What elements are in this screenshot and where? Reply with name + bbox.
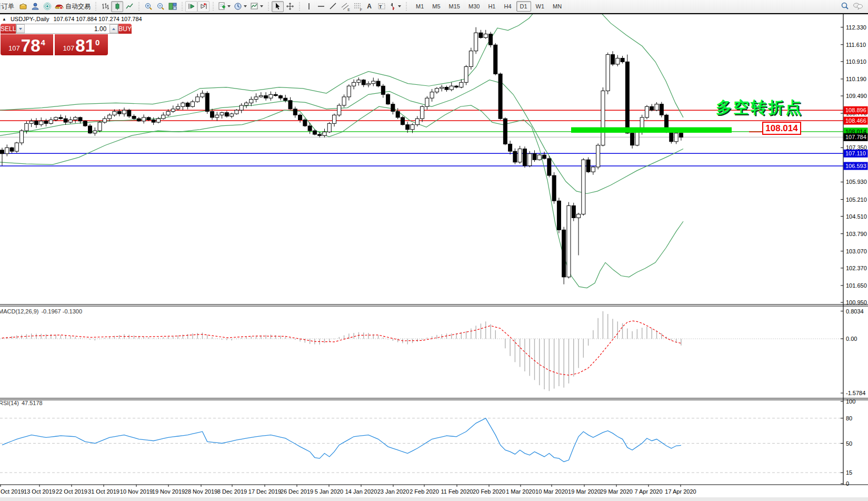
candle[interactable] (176, 106, 180, 109)
candle[interactable] (552, 175, 556, 201)
candle[interactable] (435, 89, 438, 92)
candle[interactable] (147, 117, 151, 120)
candle[interactable] (152, 120, 155, 122)
candle[interactable] (352, 82, 356, 86)
candle[interactable] (327, 123, 331, 132)
candle[interactable] (230, 114, 234, 116)
time-axis[interactable]: Oct 201913 Oct 201922 Oct 201931 Oct 201… (1, 485, 696, 495)
vertical-line-button[interactable] (303, 1, 315, 12)
candle[interactable] (440, 87, 444, 89)
bar-chart-button[interactable] (99, 1, 111, 12)
candle[interactable] (484, 34, 487, 38)
candle[interactable] (25, 123, 28, 131)
candle[interactable] (113, 111, 116, 115)
candle[interactable] (528, 154, 532, 166)
candle[interactable] (88, 126, 92, 133)
volume-input[interactable] (25, 24, 109, 33)
candle[interactable] (123, 110, 126, 114)
candle[interactable] (181, 103, 185, 106)
main-price-pane[interactable] (0, 0, 843, 288)
candle[interactable] (162, 115, 165, 119)
candle[interactable] (567, 205, 571, 277)
volume-decrease-button[interactable] (16, 24, 25, 33)
candle[interactable] (523, 149, 526, 166)
candle[interactable] (225, 113, 228, 116)
navigator-button[interactable] (29, 1, 41, 12)
sell-price-display[interactable]: 107 78 4 (1, 34, 53, 55)
candle[interactable] (127, 110, 131, 116)
candle[interactable] (98, 122, 102, 131)
candle[interactable] (333, 115, 336, 123)
candle[interactable] (406, 125, 410, 130)
candle[interactable] (650, 106, 654, 110)
candle[interactable] (288, 101, 292, 109)
candle[interactable] (59, 117, 63, 119)
candle[interactable] (606, 55, 610, 91)
candle[interactable] (586, 160, 590, 172)
macd-pane[interactable] (0, 311, 843, 391)
buy-button[interactable]: BUY (118, 24, 132, 34)
timeframe-button-H1[interactable]: H1 (484, 1, 499, 12)
volume-increase-button[interactable] (109, 24, 118, 33)
candle[interactable] (645, 106, 648, 117)
candle[interactable] (205, 93, 209, 111)
candle[interactable] (318, 134, 322, 135)
candle[interactable] (259, 96, 263, 97)
candle[interactable] (591, 167, 595, 172)
tile-windows-button[interactable] (166, 1, 178, 12)
candle[interactable] (489, 34, 493, 45)
candle[interactable] (537, 155, 541, 160)
text-label-button[interactable]: T (375, 1, 387, 12)
candle[interactable] (430, 92, 434, 98)
crosshair-button[interactable] (284, 1, 296, 12)
candle[interactable] (166, 111, 170, 115)
zoom-in-button[interactable] (142, 1, 154, 12)
candle[interactable] (533, 154, 536, 160)
candle[interactable] (284, 98, 287, 101)
candle[interactable] (479, 33, 483, 37)
candle[interactable] (264, 96, 268, 99)
candle[interactable] (362, 80, 365, 85)
candle[interactable] (29, 121, 33, 124)
new-chart-button[interactable] (216, 1, 232, 12)
candle[interactable] (401, 117, 404, 125)
candle[interactable] (625, 62, 629, 133)
candle[interactable] (235, 110, 238, 114)
candle[interactable] (54, 117, 58, 120)
candle[interactable] (278, 96, 282, 99)
collapse-panel-icon[interactable]: ▲ (2, 17, 6, 22)
candle[interactable] (357, 80, 361, 83)
fibonacci-button[interactable]: F (351, 1, 363, 12)
candle[interactable] (49, 120, 53, 123)
candle[interactable] (679, 133, 683, 137)
candle[interactable] (10, 148, 14, 151)
candle[interactable] (367, 84, 371, 85)
timeframe-button-M30[interactable]: M30 (465, 1, 483, 12)
chart-shift-button[interactable] (197, 1, 209, 12)
candle[interactable] (156, 119, 160, 122)
timeframe-button-M1[interactable]: M1 (412, 1, 427, 12)
candle[interactable] (108, 115, 112, 119)
candle[interactable] (215, 115, 219, 117)
candle[interactable] (68, 120, 72, 122)
arrows-button[interactable] (387, 1, 403, 12)
candle[interactable] (303, 120, 307, 125)
candle[interactable] (142, 117, 146, 121)
candle[interactable] (508, 144, 512, 151)
candle[interactable] (78, 117, 82, 121)
candle[interactable] (274, 94, 277, 95)
candle[interactable] (298, 115, 302, 120)
candle[interactable] (631, 133, 634, 145)
candlestick-chart-button[interactable] (111, 1, 123, 12)
candle[interactable] (601, 91, 605, 145)
candle[interactable] (655, 104, 659, 110)
rsi-pane[interactable] (0, 418, 843, 473)
candle[interactable] (421, 106, 424, 119)
signal-button[interactable] (41, 1, 53, 12)
candle[interactable] (464, 67, 468, 83)
candle[interactable] (460, 82, 463, 87)
candle[interactable] (132, 116, 136, 119)
candle[interactable] (117, 111, 121, 114)
candle[interactable] (596, 145, 600, 167)
horizontal-line-button[interactable] (315, 1, 327, 12)
